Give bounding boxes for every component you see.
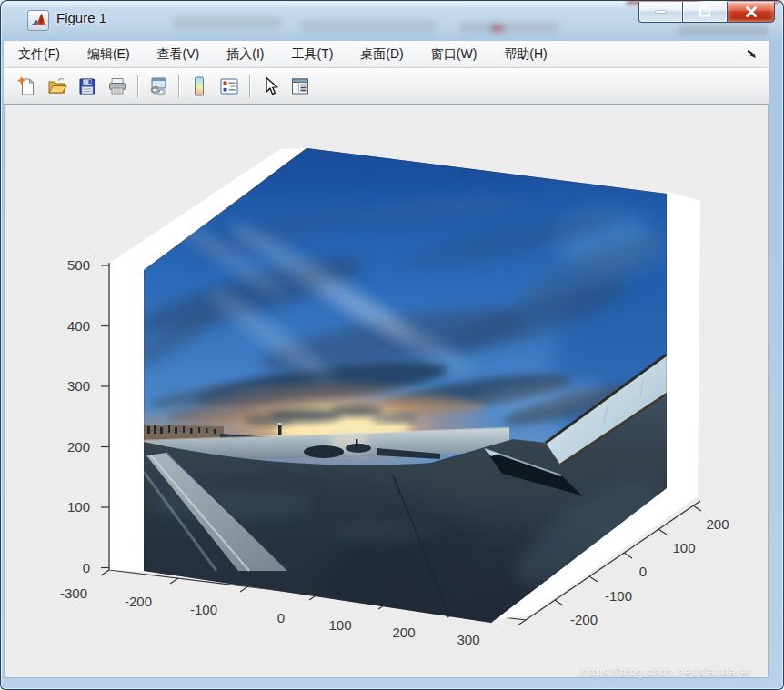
glass-smudge: [459, 22, 559, 33]
x-tick-label: 300: [457, 632, 479, 647]
y-tick-label: 0: [639, 564, 647, 579]
toolbar-separator: [178, 75, 180, 98]
titlebar[interactable]: Figure 1: [0, 0, 784, 41]
menu-item-file[interactable]: 文件(F): [18, 46, 60, 63]
insert-legend-icon: [219, 76, 239, 96]
menu-bar: 文件(F) 编辑(E) 查看(V) 插入(I) 工具(T) 桌面(D) 窗口(W…: [4, 41, 769, 68]
insert-legend-button[interactable]: [216, 73, 242, 100]
menu-item-insert[interactable]: 插入(I): [226, 46, 264, 63]
glass-smudge: [300, 20, 437, 32]
y-tick-label: 200: [706, 516, 729, 532]
y-tick-label: -100: [605, 588, 632, 604]
print-figure-button[interactable]: [105, 73, 130, 100]
glass-smudge: [491, 25, 504, 32]
print-figure-icon: [107, 76, 127, 96]
new-figure-button[interactable]: [15, 73, 40, 100]
z-tick-label: 200: [67, 439, 90, 455]
edit-plot-icon: [260, 76, 280, 96]
z-tick-label: 100: [67, 499, 90, 515]
insert-colorbar-icon: [189, 76, 209, 96]
save-figure-button[interactable]: [75, 73, 100, 100]
minimize-button[interactable]: [638, 2, 683, 23]
y-tick-label: 100: [672, 540, 695, 555]
minimize-icon: [655, 9, 668, 15]
plot-area[interactable]: 0 100 200 300 400 500 -300 -200 -100 0 1…: [4, 105, 769, 678]
watermark: https://blog.csdn.net/slandarer: [581, 665, 751, 678]
maximize-button[interactable]: [683, 2, 727, 23]
open-file-icon: [47, 76, 67, 96]
screen: { "window": { "title": "Figure 1", "cont…: [0, 0, 784, 690]
property-inspector-button[interactable]: [287, 73, 313, 100]
matlab-logo-icon: [28, 11, 48, 30]
y-tick-label: -200: [570, 612, 598, 627]
maximize-icon: [699, 6, 711, 17]
property-inspector-icon: [290, 76, 310, 96]
z-tick-label: 400: [67, 318, 90, 334]
x-tick-label: -200: [125, 594, 152, 609]
x-tick-label: 0: [277, 610, 285, 625]
menu-item-edit[interactable]: 编辑(E): [87, 46, 130, 63]
x-tick-label: 200: [392, 625, 415, 640]
menu-overflow-arrow-icon[interactable]: [746, 48, 758, 60]
toolbar: [4, 68, 769, 105]
x-tick-label: -100: [190, 602, 217, 617]
menu-item-view[interactable]: 查看(V): [157, 46, 200, 63]
close-icon: [744, 6, 759, 18]
window-title: Figure 1: [56, 10, 106, 25]
link-plot-button[interactable]: [146, 73, 171, 100]
surface-image: [95, 127, 709, 632]
new-figure-icon: [17, 76, 37, 96]
x-tick-label: 100: [328, 617, 351, 633]
figure-canvas[interactable]: 0 100 200 300 400 500 -300 -200 -100 0 1…: [4, 105, 769, 678]
close-button[interactable]: [727, 2, 775, 23]
save-figure-icon: [77, 76, 97, 96]
x-tick-label: -300: [60, 585, 87, 601]
toolbar-separator: [249, 75, 251, 98]
menu-item-desktop[interactable]: 桌面(D): [360, 46, 403, 63]
link-plot-icon: [148, 76, 168, 96]
z-axis-ticks: [101, 265, 109, 568]
z-tick-label: 0: [83, 560, 90, 575]
menu-item-tools[interactable]: 工具(T): [291, 46, 333, 63]
figure-window: Figure 1 文件(F) 编辑(E) 查看(V) 插入(I) 工具(T) 桌…: [0, 0, 784, 690]
z-tick-label: 300: [67, 378, 90, 394]
glass-smudge: [678, 25, 769, 35]
insert-colorbar-button[interactable]: [186, 73, 212, 100]
lighthouse: [278, 423, 282, 435]
menu-item-window[interactable]: 窗口(W): [431, 46, 477, 63]
edit-plot-button[interactable]: [257, 73, 283, 100]
open-file-button[interactable]: [45, 73, 70, 100]
menu-item-help[interactable]: 帮助(H): [504, 46, 547, 63]
z-tick-label: 500: [67, 257, 90, 273]
toolbar-separator: [137, 75, 139, 98]
glass-smudge: [173, 16, 282, 29]
window-controls: [638, 0, 775, 23]
